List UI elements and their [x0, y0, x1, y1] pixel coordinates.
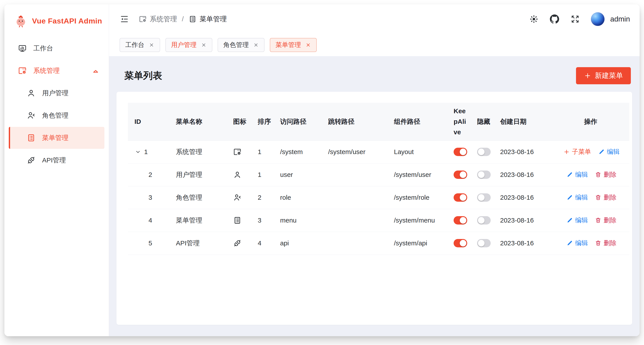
tab-菜单管理[interactable]: 菜单管理 — [270, 38, 317, 52]
sidebar: Vue FastAPI Admin 工作台系统管理用户管理角色管理菜单管理API… — [4, 5, 109, 336]
sidebar-item-user[interactable]: 用户管理 — [9, 82, 104, 104]
keepalive-switch[interactable] — [454, 171, 467, 179]
created-date: 2023-08-16 — [500, 217, 534, 224]
app-window: Vue FastAPI Admin 工作台系统管理用户管理角色管理菜单管理API… — [4, 5, 640, 336]
keepalive-switch[interactable] — [454, 148, 467, 156]
delete-button[interactable]: 删除 — [595, 193, 616, 202]
breadcrumb-item[interactable]: 系统管理 — [139, 15, 177, 24]
edit-button[interactable]: 编辑 — [566, 216, 588, 225]
api-icon — [233, 239, 251, 247]
pencil-icon — [566, 217, 573, 224]
column-header-name: 菜单名称 — [169, 103, 226, 140]
sidebar-collapse-icon[interactable] — [120, 14, 129, 24]
tab-用户管理[interactable]: 用户管理 — [166, 38, 212, 52]
access-path: user — [280, 171, 293, 178]
tab-角色管理[interactable]: 角色管理 — [218, 38, 264, 52]
main-area: 系统管理/菜单管理 admin 工作台用户管理角色管理菜单管理 菜单列表 新建菜… — [109, 5, 640, 336]
sidebar-item-label: 角色管理 — [42, 111, 68, 120]
topbar: 系统管理/菜单管理 admin — [109, 5, 640, 34]
sidebar-item-menu[interactable]: 菜单管理 — [9, 127, 104, 149]
pencil-icon — [566, 194, 573, 201]
delete-button[interactable]: 删除 — [595, 239, 616, 248]
created-date: 2023-08-16 — [500, 148, 534, 155]
menu-order: 2 — [258, 194, 262, 201]
column-header-ops: 操作 — [554, 103, 629, 140]
chevron-down-icon[interactable] — [134, 148, 142, 155]
row-actions: 编辑删除 — [554, 170, 629, 179]
edit-button[interactable]: 编辑 — [566, 170, 588, 179]
row-id-cell: 5 — [134, 239, 169, 247]
column-header-redirect: 跳转路径 — [322, 103, 387, 140]
delete-button[interactable]: 删除 — [595, 216, 616, 225]
access-path: /system — [280, 148, 303, 155]
hidden-switch[interactable] — [477, 216, 491, 224]
trash-icon — [595, 240, 602, 246]
chick-logo-icon — [14, 14, 28, 28]
breadcrumb-item[interactable]: 菜单管理 — [189, 15, 227, 24]
row-id-cell: 1 — [134, 148, 169, 156]
keepalive-switch[interactable] — [454, 216, 467, 224]
pencil-icon — [566, 240, 573, 246]
keepalive-switch[interactable] — [454, 193, 467, 202]
breadcrumb: 系统管理/菜单管理 — [139, 15, 227, 24]
switch-knob — [478, 149, 484, 155]
action-label: 删除 — [604, 170, 616, 179]
hidden-switch[interactable] — [477, 171, 491, 179]
table-row: 3角色管理2role/system/role2023-08-16编辑删除 — [128, 186, 629, 209]
hidden-switch[interactable] — [477, 148, 491, 156]
table-row: 1系统管理1/system/system/userLayout2023-08-1… — [128, 140, 629, 163]
column-header-hidden: 隐藏 — [470, 103, 494, 140]
close-icon[interactable] — [253, 42, 259, 48]
action-label: 编辑 — [575, 193, 588, 202]
edit-button[interactable]: 编辑 — [566, 239, 588, 248]
close-icon[interactable] — [201, 42, 206, 48]
tabs-bar: 工作台用户管理角色管理菜单管理 — [109, 34, 640, 56]
edit-button[interactable]: 编辑 — [598, 147, 620, 156]
user-name[interactable]: admin — [610, 15, 630, 23]
column-header-created: 创建日期 — [494, 103, 554, 140]
edit-button[interactable]: 编辑 — [566, 193, 588, 202]
page-title: 菜单列表 — [124, 69, 162, 82]
menu-table: ID菜单名称图标排序访问路径跳转路径组件路径KeepAlive隐藏创建日期操作 … — [128, 103, 629, 255]
menu-name: 用户管理 — [176, 171, 202, 178]
hidden-switch[interactable] — [477, 193, 491, 202]
table-row: 2用户管理1user/system/user2023-08-16编辑删除 — [128, 163, 629, 186]
switch-knob — [460, 171, 466, 178]
menu-icon — [233, 216, 251, 224]
pencil-icon — [566, 171, 573, 178]
sidebar-item-role[interactable]: 角色管理 — [9, 105, 104, 126]
tab-工作台[interactable]: 工作台 — [120, 38, 160, 52]
keepalive-switch[interactable] — [454, 239, 467, 247]
row-id: 5 — [148, 239, 152, 247]
sidebar-item-system[interactable]: 系统管理 — [9, 60, 104, 82]
add-submenu-button[interactable]: 子菜单 — [563, 147, 591, 156]
hidden-switch[interactable] — [477, 239, 491, 247]
row-id-cell: 3 — [134, 194, 169, 201]
column-header-icon: 图标 — [226, 103, 251, 140]
switch-knob — [460, 149, 466, 155]
delete-button[interactable]: 删除 — [595, 170, 616, 179]
breadcrumb-label: 菜单管理 — [200, 15, 227, 24]
sidebar-item-api[interactable]: API管理 — [9, 149, 104, 171]
theme-toggle-icon[interactable] — [529, 14, 539, 24]
pencil-icon — [598, 149, 605, 155]
new-menu-button[interactable]: 新建菜单 — [576, 67, 631, 84]
created-date: 2023-08-16 — [500, 239, 534, 247]
menu-order: 1 — [258, 148, 262, 155]
close-icon[interactable] — [305, 42, 311, 48]
avatar[interactable] — [591, 12, 604, 26]
fullscreen-icon[interactable] — [570, 14, 580, 24]
action-label: 子菜单 — [572, 147, 591, 156]
github-icon[interactable] — [550, 14, 559, 24]
system-icon — [139, 15, 147, 23]
close-icon[interactable] — [149, 42, 154, 48]
system-icon — [18, 66, 27, 75]
switch-knob — [478, 217, 484, 224]
access-path: role — [280, 194, 291, 201]
row-id: 1 — [144, 148, 148, 156]
row-actions: 编辑删除 — [554, 239, 629, 248]
action-label: 删除 — [604, 216, 616, 225]
sidebar-item-workbench[interactable]: 工作台 — [9, 37, 104, 59]
app-logo[interactable]: Vue FastAPI Admin — [4, 5, 109, 37]
tab-label: 用户管理 — [171, 41, 196, 49]
